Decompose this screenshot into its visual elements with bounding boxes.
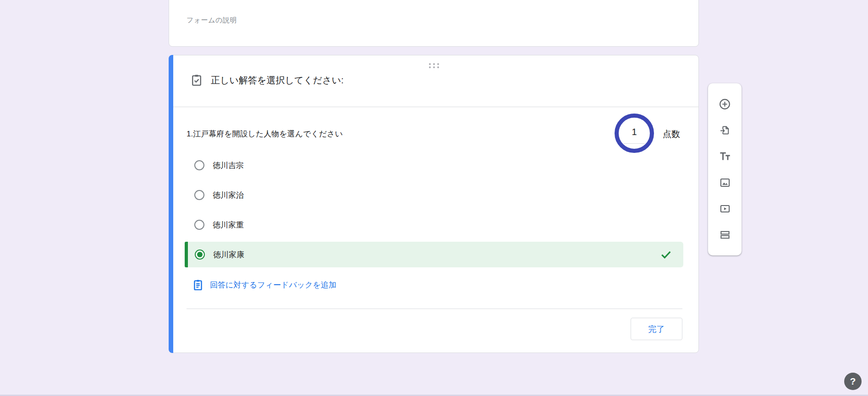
radio-button[interactable] <box>194 220 204 230</box>
option-label[interactable]: 徳川家治 <box>213 190 244 201</box>
add-section-button[interactable] <box>716 226 734 244</box>
drag-handle[interactable] <box>429 63 439 68</box>
answer-key-header: 正しい解答を選択してください: <box>190 74 344 87</box>
image-icon <box>719 177 731 189</box>
radio-button[interactable] <box>194 160 204 170</box>
divider <box>187 309 682 309</box>
answer-key-title: 正しい解答を選択してください: <box>211 74 344 87</box>
option-label[interactable]: 徳川家重 <box>213 220 244 230</box>
feedback-clipboard-icon <box>192 278 204 292</box>
import-document-icon <box>719 125 731 136</box>
option-row: 徳川家治 <box>194 189 244 201</box>
correct-answer-row[interactable]: 徳川家康 <box>185 242 683 267</box>
section-split-icon <box>719 229 731 241</box>
import-questions-button[interactable] <box>716 121 734 139</box>
option-label[interactable]: 徳川家康 <box>213 250 244 260</box>
selected-question-accent-bar <box>169 55 173 353</box>
add-feedback-label[interactable]: 回答に対するフィードバックを追加 <box>210 280 336 290</box>
add-video-button[interactable] <box>716 200 734 218</box>
form-description-input[interactable]: フォームの説明 <box>187 16 237 25</box>
points-value: 1 <box>632 127 637 137</box>
done-button[interactable]: 完了 <box>631 318 682 340</box>
points-input-underline <box>623 143 645 144</box>
add-question-button[interactable] <box>716 95 734 113</box>
points-input[interactable]: 1 <box>615 114 654 153</box>
option-label[interactable]: 徳川吉宗 <box>213 160 244 171</box>
clipboard-check-icon <box>190 74 203 87</box>
radio-button-selected[interactable] <box>195 250 205 260</box>
video-icon <box>719 203 731 215</box>
option-row: 徳川吉宗 <box>194 159 244 172</box>
add-feedback-link[interactable]: 回答に対するフィードバックを追加 <box>192 277 336 292</box>
points-label: 点数 <box>663 128 680 140</box>
add-image-button[interactable] <box>716 174 734 192</box>
side-toolbar <box>708 83 742 255</box>
correct-checkmark-icon <box>659 248 672 261</box>
help-button[interactable]: ? <box>844 373 862 390</box>
text-Tt-icon <box>719 150 731 163</box>
radio-button[interactable] <box>194 190 204 200</box>
plus-circle-icon <box>719 98 731 110</box>
question-card: 正しい解答を選択してください: 1.江戸幕府を開設した人物を選んでください 1 … <box>169 55 699 353</box>
add-title-description-button[interactable] <box>716 147 734 165</box>
form-description-card: フォームの説明 <box>169 0 699 47</box>
question-text[interactable]: 1.江戸幕府を開設した人物を選んでください <box>187 129 343 139</box>
option-row: 徳川家重 <box>194 218 244 231</box>
divider <box>173 107 698 107</box>
